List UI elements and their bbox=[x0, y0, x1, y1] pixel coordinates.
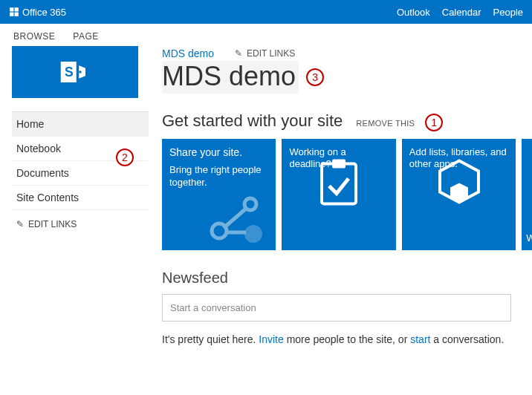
nav-people[interactable]: People bbox=[493, 7, 523, 18]
tile-deadline[interactable]: Working on a deadline? bbox=[282, 139, 395, 250]
svg-rect-12 bbox=[322, 164, 356, 204]
nav-site-contents[interactable]: Site Contents bbox=[12, 186, 149, 210]
pencil-icon: ✎ bbox=[16, 219, 24, 229]
nav-outlook[interactable]: Outlook bbox=[397, 7, 430, 18]
share-icon bbox=[204, 194, 271, 246]
left-column: S Home Notebook Documents Site Contents … bbox=[0, 46, 149, 345]
annotation-2: 2 bbox=[116, 148, 134, 166]
breadcrumb-row: MDS demo ✎ EDIT LINKS bbox=[162, 48, 532, 59]
svg-rect-13 bbox=[332, 160, 346, 169]
tile-add-apps[interactable]: Add lists, libraries, and other apps. bbox=[402, 139, 516, 250]
breadcrumb-site[interactable]: MDS demo bbox=[162, 48, 214, 59]
get-started-heading: Get started with your site bbox=[162, 111, 343, 131]
annotation-1: 1 bbox=[425, 114, 443, 131]
quiet-mid: more people to the site, or bbox=[284, 333, 410, 345]
svg-rect-3 bbox=[15, 13, 19, 16]
newsfeed-heading: Newsfeed bbox=[162, 270, 511, 287]
start-conversation-input[interactable]: Start a conversation bbox=[162, 294, 511, 321]
edit-links-left-label: EDIT LINKS bbox=[28, 219, 77, 229]
tile-title: Share your site. bbox=[169, 146, 268, 158]
suite-bar: Office 365 Outlook Calendar People bbox=[0, 0, 532, 24]
clipboard-check-icon bbox=[317, 158, 360, 207]
svg-rect-1 bbox=[15, 7, 19, 11]
svg-line-10 bbox=[224, 209, 246, 228]
get-started-header: Get started with your site REMOVE THIS 1 bbox=[162, 111, 532, 131]
tab-browse[interactable]: BROWSE bbox=[13, 31, 55, 42]
nav-calendar[interactable]: Calendar bbox=[442, 7, 481, 18]
main-area: MDS demo ✎ EDIT LINKS MDS demo 3 Get sta… bbox=[149, 46, 532, 345]
svg-rect-0 bbox=[10, 7, 13, 11]
page-title: MDS demo bbox=[162, 61, 299, 94]
tile-share-site[interactable]: Share your site. Bring the right people … bbox=[162, 139, 276, 250]
invite-link[interactable]: Invite bbox=[259, 333, 283, 345]
nav-home[interactable]: Home bbox=[12, 112, 149, 137]
annotation-3: 3 bbox=[306, 68, 324, 86]
remove-this-link[interactable]: REMOVE THIS bbox=[356, 119, 415, 128]
quiet-pre: It's pretty quiet here. bbox=[162, 333, 259, 345]
svg-point-9 bbox=[244, 198, 256, 210]
edit-links-top[interactable]: ✎ EDIT LINKS bbox=[235, 48, 295, 59]
edit-links-top-label: EDIT LINKS bbox=[247, 48, 295, 59]
suite-nav: Outlook Calendar People bbox=[397, 7, 523, 18]
quiet-post: a conversation. bbox=[430, 333, 504, 345]
promoted-tiles: Share your site. Bring the right people … bbox=[162, 139, 532, 250]
start-link[interactable]: start bbox=[410, 333, 430, 345]
hexagon-app-icon bbox=[437, 158, 481, 207]
newsfeed-section: Newsfeed Start a conversation It's prett… bbox=[162, 270, 511, 345]
tile-subtitle: Bring the right people together. bbox=[169, 164, 268, 189]
sharepoint-icon: S bbox=[59, 56, 91, 88]
svg-text:S: S bbox=[65, 65, 74, 79]
svg-rect-2 bbox=[10, 13, 13, 16]
newsfeed-empty-text: It's pretty quiet here. Invite more peop… bbox=[162, 333, 511, 345]
edit-links-left[interactable]: ✎ EDIT LINKS bbox=[12, 210, 149, 238]
tile-caption: W bbox=[526, 232, 532, 244]
ribbon-tabs: BROWSE PAGE bbox=[0, 24, 532, 46]
svg-point-8 bbox=[244, 225, 262, 243]
tab-page[interactable]: PAGE bbox=[73, 31, 98, 42]
office-logo-icon bbox=[9, 7, 19, 17]
brand[interactable]: Office 365 bbox=[9, 7, 66, 18]
site-logo[interactable]: S bbox=[12, 46, 138, 98]
svg-point-6 bbox=[79, 71, 82, 74]
tile-partial[interactable]: W bbox=[522, 139, 532, 250]
brand-text: Office 365 bbox=[22, 7, 66, 18]
pencil-icon: ✎ bbox=[235, 48, 242, 59]
quick-launch: Home Notebook Documents Site Contents ✎ … bbox=[12, 111, 149, 238]
